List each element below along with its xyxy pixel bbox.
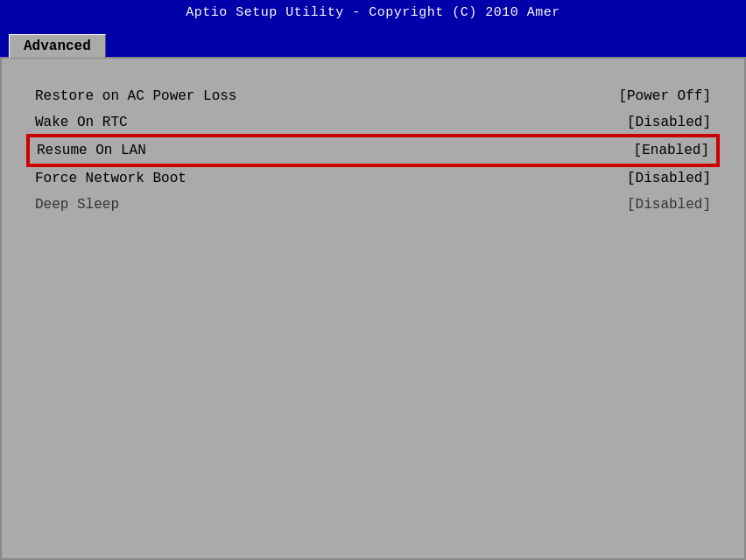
menu-item-wake-rtc-value: [Disabled] <box>627 115 711 130</box>
bios-screen: Aptio Setup Utility - Copyright (C) 2010… <box>0 0 746 560</box>
tab-bar: Advanced <box>0 25 746 57</box>
menu-item-wake-rtc-label: Wake On RTC <box>35 115 128 130</box>
menu-item-restore-ac-value: [Power Off] <box>618 88 711 104</box>
menu-item-resume-lan-value: [Enabled] <box>634 143 709 158</box>
title-bar: Aptio Setup Utility - Copyright (C) 2010… <box>0 0 746 25</box>
menu-item-deep-sleep-value: [Disabled] <box>627 197 711 213</box>
menu-item-restore-ac[interactable]: Restore on AC Power Loss [Power Off] <box>28 83 718 109</box>
menu-item-restore-ac-label: Restore on AC Power Loss <box>35 88 236 104</box>
menu-item-deep-sleep-label: Deep Sleep <box>35 197 119 213</box>
menu-item-force-network-boot-label: Force Network Boot <box>35 171 186 186</box>
menu-item-force-network-boot-value: [Disabled] <box>627 171 711 186</box>
menu-item-force-network-boot[interactable]: Force Network Boot [Disabled] <box>28 165 718 192</box>
tab-advanced[interactable]: Advanced <box>9 34 106 58</box>
menu-item-wake-rtc[interactable]: Wake On RTC [Disabled] <box>28 109 718 136</box>
content-area: Restore on AC Power Loss [Power Off] Wak… <box>0 57 746 560</box>
menu-item-resume-lan[interactable]: Resume On LAN [Enabled] <box>28 136 718 165</box>
menu-item-deep-sleep[interactable]: Deep Sleep [Disabled] <box>28 192 718 218</box>
menu-item-resume-lan-label: Resume On LAN <box>37 143 146 158</box>
